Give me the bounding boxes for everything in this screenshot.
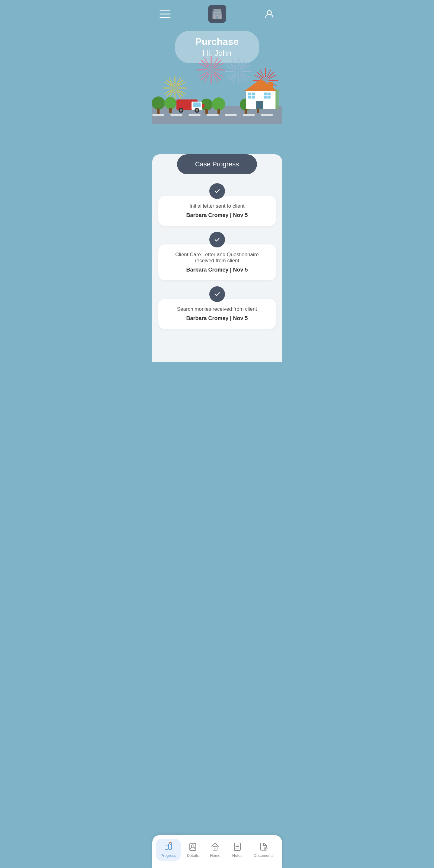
nav-label-progress: Progress: [161, 853, 176, 858]
progress-card-1: Initial letter sent to client Barbara Cr…: [158, 196, 276, 226]
progress-card-1-text: Initial letter sent to client: [167, 203, 267, 209]
svg-line-25: [169, 91, 173, 98]
svg-line-59: [232, 75, 236, 83]
main-content: Case Progress Initial letter sent to cli…: [152, 154, 282, 362]
svg-point-104: [180, 109, 182, 112]
svg-line-15: [167, 80, 173, 86]
svg-line-75: [269, 82, 276, 86]
svg-line-66: [257, 72, 263, 78]
svg-point-27: [172, 85, 178, 91]
hero-subtitle: Hi, John: [187, 49, 247, 58]
svg-rect-80: [152, 106, 282, 124]
svg-rect-87: [261, 114, 273, 116]
svg-point-98: [251, 96, 264, 110]
svg-rect-99: [257, 108, 259, 113]
svg-line-56: [227, 73, 235, 78]
svg-line-68: [257, 83, 263, 89]
case-progress-button[interactable]: Case Progress: [177, 154, 257, 174]
svg-line-38: [199, 63, 207, 68]
svg-point-78: [262, 77, 269, 84]
svg-line-69: [268, 83, 274, 89]
svg-rect-125: [214, 848, 216, 850]
svg-line-17: [167, 90, 173, 96]
svg-line-40: [215, 63, 223, 68]
svg-line-19: [169, 78, 173, 85]
svg-rect-93: [205, 110, 208, 114]
svg-line-16: [177, 80, 183, 86]
svg-point-44: [207, 66, 215, 73]
svg-line-50: [241, 62, 247, 68]
svg-line-51: [229, 74, 235, 81]
nav-item-progress[interactable]: Progress: [155, 839, 181, 861]
svg-point-94: [212, 97, 225, 111]
svg-line-39: [199, 72, 207, 76]
checkmark-icon-1: [213, 187, 221, 195]
svg-rect-89: [157, 108, 160, 114]
svg-line-70: [260, 70, 264, 77]
nav-label-home: Home: [210, 853, 221, 858]
svg-rect-81: [152, 114, 164, 116]
svg-marker-109: [244, 79, 278, 91]
svg-rect-120: [169, 844, 172, 849]
svg-rect-95: [218, 109, 220, 114]
svg-rect-3: [218, 10, 220, 12]
progress-card-2-text: Client Care Letter and Questionnaire rec…: [167, 252, 267, 264]
svg-point-106: [196, 109, 198, 112]
hero-pill: Purchase Hi, John: [175, 31, 259, 63]
svg-point-10: [164, 76, 186, 99]
user-icon[interactable]: [264, 8, 275, 19]
svg-rect-97: [244, 110, 247, 114]
check-circle-1: [209, 183, 225, 199]
svg-point-96: [240, 98, 252, 111]
svg-line-73: [255, 82, 262, 86]
nav-label-notes: Notes: [232, 853, 242, 858]
svg-point-105: [195, 108, 199, 113]
svg-rect-100: [176, 99, 198, 110]
svg-point-88: [152, 96, 165, 110]
nav-label-details: Details: [187, 853, 199, 858]
svg-line-72: [255, 75, 262, 79]
nav-item-details[interactable]: Details: [182, 839, 204, 861]
checkmark-icon-3: [213, 290, 221, 298]
progress-card-3-text: Search monies received from client: [167, 306, 267, 312]
menu-icon[interactable]: [160, 10, 170, 18]
hero-section: Purchase Hi, John: [152, 28, 282, 154]
svg-point-103: [178, 108, 183, 113]
svg-rect-2: [214, 10, 216, 12]
svg-rect-79: [152, 112, 282, 124]
svg-rect-6: [215, 16, 218, 19]
check-circle-3: [209, 286, 225, 302]
check-circle-2: [209, 232, 225, 247]
nav-item-documents[interactable]: Documents: [249, 839, 279, 861]
svg-line-74: [269, 75, 276, 79]
svg-point-123: [192, 845, 194, 847]
nav-item-notes[interactable]: Notes: [227, 839, 248, 861]
svg-line-57: [242, 65, 250, 70]
svg-line-26: [177, 91, 181, 98]
svg-point-61: [235, 68, 241, 75]
svg-rect-130: [234, 844, 235, 845]
svg-rect-82: [170, 114, 182, 116]
svg-line-43: [213, 74, 218, 82]
svg-rect-7: [213, 14, 213, 19]
svg-line-24: [178, 90, 185, 94]
svg-rect-119: [165, 845, 168, 849]
svg-line-22: [165, 90, 172, 94]
svg-line-67: [268, 72, 274, 78]
svg-rect-85: [225, 114, 237, 116]
hero-title: Purchase: [187, 36, 247, 47]
svg-rect-91: [169, 108, 172, 113]
svg-rect-8: [221, 14, 221, 19]
svg-rect-83: [189, 114, 201, 116]
notes-icon: [233, 842, 242, 851]
svg-point-92: [201, 98, 213, 111]
svg-rect-101: [192, 101, 202, 110]
details-icon: [188, 842, 198, 851]
svg-line-55: [227, 65, 235, 70]
documents-icon: [259, 842, 268, 851]
svg-line-34: [201, 73, 208, 80]
svg-rect-4: [214, 13, 216, 16]
svg-rect-5: [218, 13, 220, 16]
svg-line-52: [241, 74, 247, 81]
nav-item-home[interactable]: Home: [204, 839, 226, 861]
